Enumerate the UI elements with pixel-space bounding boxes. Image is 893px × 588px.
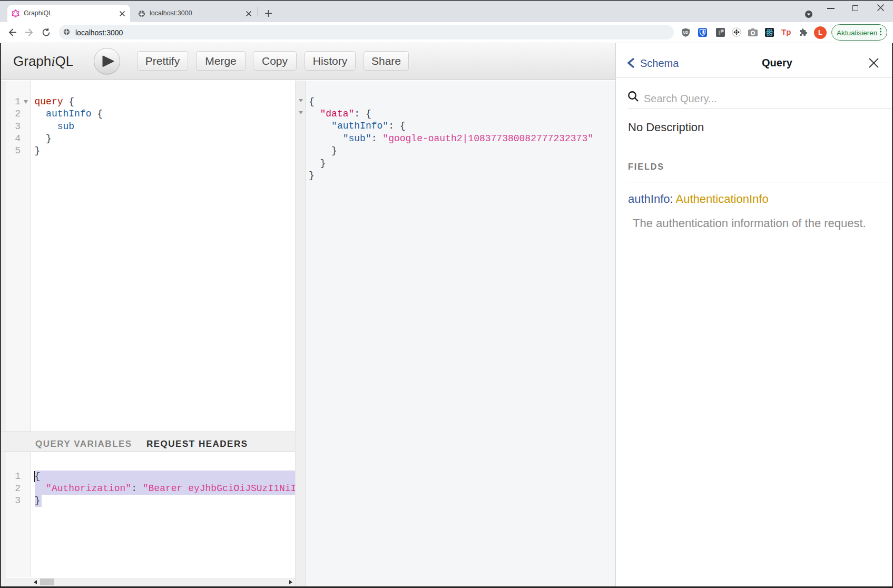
svg-text:UD: UD [683, 31, 689, 34]
